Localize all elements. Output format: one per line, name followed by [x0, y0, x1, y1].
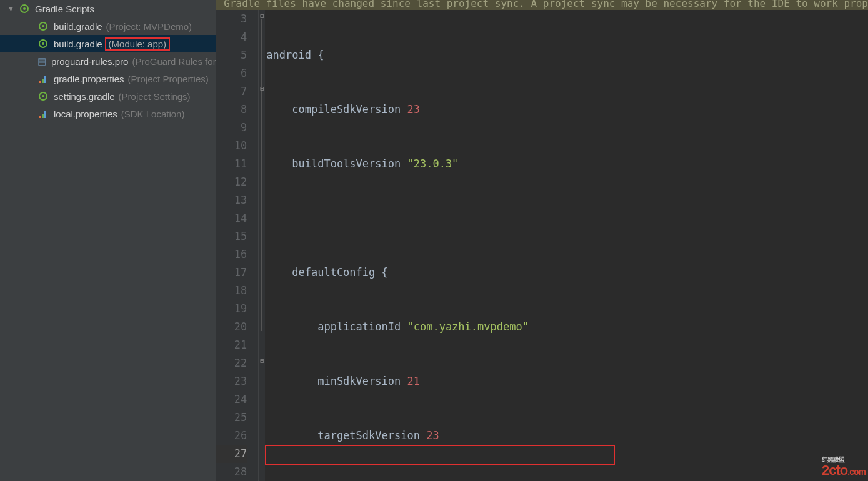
- tree-item-build-gradle-project[interactable]: build.gradle (Project: MVPDemo): [0, 17, 216, 35]
- fold-gutter[interactable]: ⊟ ⊟ ⊟: [259, 10, 265, 481]
- indent: [266, 103, 292, 116]
- code-text: buildToolsVersion: [292, 157, 407, 170]
- tree-item-local-properties[interactable]: local.properties (SDK Location): [0, 105, 216, 122]
- line-number: 20: [216, 318, 247, 336]
- code-text: defaultConfig {: [292, 266, 388, 279]
- file-icon: ▤: [37, 56, 46, 67]
- code-text: targetSdkVersion: [317, 429, 426, 442]
- gradle-icon: [37, 38, 49, 49]
- line-number: 12: [216, 173, 247, 191]
- file-desc: (SDK Location): [121, 109, 185, 119]
- fold-toggle-icon[interactable]: ⊟: [259, 85, 265, 91]
- line-number: 16: [216, 245, 247, 264]
- line-number-gutter: 3456789101112131415161718192021222324252…: [216, 10, 259, 481]
- indent: [266, 320, 317, 333]
- code-content[interactable]: android { compileSdkVersion 23 buildTool…: [265, 10, 868, 481]
- line-number: 22: [216, 354, 247, 372]
- code-text: android {: [266, 49, 324, 61]
- line-number: 23: [216, 372, 247, 390]
- line-number: 19: [216, 300, 247, 318]
- line-number: 26: [216, 427, 247, 445]
- file-name: proguard-rules.pro: [51, 56, 128, 67]
- watermark-suffix: .com: [847, 467, 866, 477]
- watermark-sub: 红黑联盟: [822, 457, 866, 462]
- properties-icon: [37, 73, 49, 84]
- properties-icon: [37, 108, 49, 119]
- file-desc: (ProGuard Rules for app: [132, 56, 216, 67]
- file-desc: (Project: MVPDemo): [106, 21, 192, 32]
- code-editor[interactable]: Gradle files have changed since last pro…: [216, 0, 868, 481]
- fold-toggle-icon[interactable]: ⊟: [259, 12, 265, 19]
- svg-rect-6: [39, 81, 41, 83]
- gradle-icon: [37, 91, 49, 102]
- line-number: 3: [216, 10, 247, 28]
- indent: [266, 266, 292, 279]
- tree-item-gradle-properties[interactable]: gradle.properties (Project Properties): [0, 70, 216, 87]
- code-number: 21: [407, 375, 419, 387]
- sync-banner[interactable]: Gradle files have changed since last pro…: [216, 0, 868, 10]
- file-name: build.gradle: [54, 21, 102, 32]
- line-number: 24: [216, 390, 247, 409]
- svg-point-3: [42, 25, 44, 27]
- gradle-icon: [19, 3, 30, 14]
- line-number: 28: [216, 463, 247, 481]
- fold-toggle-icon[interactable]: ⊟: [259, 357, 265, 364]
- code-area: 3456789101112131415161718192021222324252…: [216, 10, 868, 481]
- line-number: 5: [216, 46, 247, 64]
- svg-rect-7: [42, 79, 44, 83]
- line-number: 7: [216, 82, 247, 101]
- code-number: 23: [426, 429, 439, 442]
- tree-item-proguard-rules[interactable]: ▤ proguard-rules.pro (ProGuard Rules for…: [0, 52, 216, 70]
- fold-line: [261, 19, 262, 331]
- code-text: minSdkVersion: [317, 375, 407, 387]
- indent: [266, 157, 292, 170]
- file-desc: (Module: app): [109, 39, 167, 49]
- code-string: "23.0.3": [407, 157, 458, 170]
- svg-rect-11: [39, 116, 41, 118]
- highlight-annotation: (Module: app): [105, 37, 171, 51]
- line-number: 25: [216, 409, 247, 427]
- indent: [266, 429, 317, 442]
- file-name: build.gradle: [54, 39, 102, 49]
- svg-point-1: [23, 7, 26, 10]
- line-number: 4: [216, 28, 247, 46]
- line-number: 14: [216, 209, 247, 227]
- highlight-annotation: [265, 445, 615, 465]
- svg-point-10: [42, 95, 44, 97]
- expand-arrow-icon[interactable]: ▼: [7, 5, 15, 12]
- tree-item-build-gradle-module[interactable]: build.gradle (Module: app): [0, 35, 216, 52]
- project-tree-sidebar: ▼ Gradle Scripts build.gradle (Project: …: [0, 0, 216, 481]
- line-number: 11: [216, 155, 247, 173]
- code-text: compileSdkVersion: [292, 103, 407, 116]
- watermark-main: 2cto: [822, 462, 847, 478]
- line-number: 13: [216, 191, 247, 209]
- code-number: 23: [407, 103, 419, 116]
- watermark-logo: 红黑联盟 2cto.com: [822, 457, 866, 479]
- file-desc: (Project Settings): [119, 91, 191, 102]
- file-name: settings.gradle: [54, 91, 115, 102]
- line-number: 17: [216, 264, 247, 282]
- svg-rect-13: [44, 111, 46, 118]
- line-number: 8: [216, 101, 247, 119]
- svg-rect-8: [44, 76, 46, 83]
- indent: [266, 375, 317, 387]
- file-desc: (Project Properties): [128, 74, 209, 84]
- tree-root-gradle-scripts[interactable]: ▼ Gradle Scripts: [0, 0, 216, 17]
- gradle-icon: [37, 21, 49, 32]
- tree-item-settings-gradle[interactable]: settings.gradle (Project Settings): [0, 87, 216, 105]
- svg-rect-12: [42, 114, 44, 118]
- line-number: 21: [216, 336, 247, 354]
- line-number: 18: [216, 282, 247, 300]
- line-number: 15: [216, 227, 247, 245]
- svg-point-5: [42, 42, 44, 45]
- line-number: 6: [216, 64, 247, 82]
- line-number: 10: [216, 137, 247, 155]
- code-text: applicationId: [317, 320, 407, 333]
- code-string: "com.yazhi.mvpdemo": [407, 320, 528, 333]
- line-number: 9: [216, 119, 247, 137]
- tree-root-label: Gradle Scripts: [35, 4, 94, 14]
- file-name: gradle.properties: [54, 74, 124, 84]
- file-name: local.properties: [54, 109, 117, 119]
- line-number: 27: [216, 445, 247, 463]
